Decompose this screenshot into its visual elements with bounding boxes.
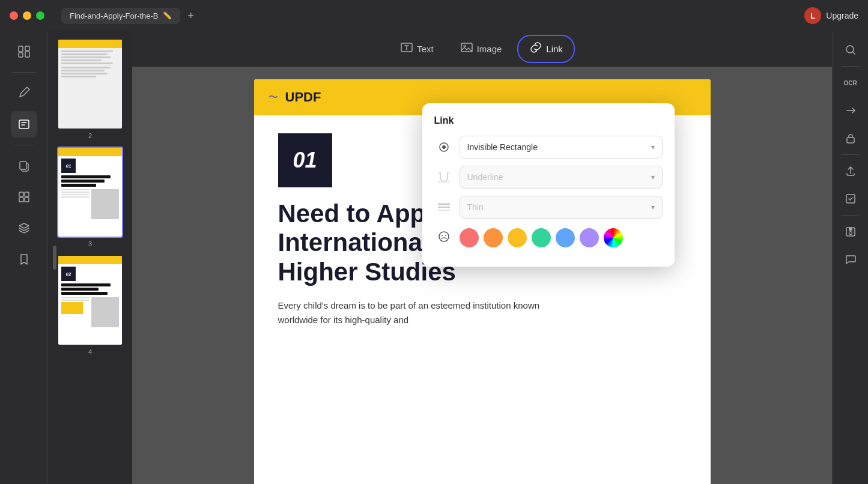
link-tool-label: Link [546,44,563,54]
upgrade-button[interactable]: Upgrade [826,11,858,20]
convert-button[interactable] [839,99,862,122]
brand-logo: UPDF [285,89,321,105]
titlebar: Find-and-Apply-For-the-B ✏️ + L Upgrade [0,0,868,31]
panel-collapse-handle[interactable] [53,246,56,270]
thumbnail-page-4[interactable]: 02 [57,255,123,346]
right-sidebar: OCR [832,31,868,484]
thumbnail-page-label-2: 2 [88,132,92,139]
color-swatch-green[interactable] [532,228,551,247]
svg-rect-24 [847,138,854,143]
document-tab[interactable]: Find-and-Apply-For-the-B ✏️ [61,8,180,24]
color-swatch-blue[interactable] [556,228,575,247]
thumbnail-container-3: 01 [57,147,123,247]
svg-rect-2 [25,46,29,50]
svg-rect-8 [25,192,29,196]
thumbnail-page-label-3: 3 [88,240,92,247]
save-button[interactable] [839,220,862,243]
color-swatch-orange[interactable] [484,228,503,247]
sidebar-item-pages[interactable] [11,38,37,65]
svg-rect-9 [19,198,23,202]
main-layout: 2 01 [0,31,868,484]
page-number-box: 01 [278,133,332,187]
sidebar-item-annotation[interactable] [11,111,37,138]
underline-chevron-icon: ▾ [651,173,655,181]
color-swatch-purple[interactable] [580,228,599,247]
color-swatches [460,228,623,247]
underline-row: Underline ▾ [434,166,663,189]
link-panel-title: Link [434,115,663,126]
thumbnail-page-3[interactable]: 01 [57,147,123,238]
shape-row: Invisible Rectangle ▾ [434,136,663,159]
color-swatch-red[interactable] [460,228,479,247]
new-tab-button[interactable]: + [187,10,194,22]
underline-select-value: Underline [467,172,503,182]
tab-title: Find-and-Apply-For-the-B [70,11,158,20]
color-swatch-custom[interactable] [604,228,623,247]
thickness-select-value: Thin [467,202,484,212]
thickness-select-wrapper: Thin ▾ [460,196,663,219]
color-row [434,226,663,247]
document-body-text: Every child's dream is to be part of an … [278,298,542,327]
shape-icon [434,138,454,157]
text-tool-button[interactable]: Text [389,36,445,62]
upgrade-section: L Upgrade [804,7,858,24]
svg-point-23 [846,46,854,53]
page-number: 01 [293,148,317,173]
shape-select[interactable]: Invisible Rectangle ▾ [460,136,663,159]
thickness-chevron-icon: ▾ [651,203,655,211]
tab-bar: Find-and-Apply-For-the-B ✏️ + [61,8,797,24]
image-tool-button[interactable]: Image [449,36,513,62]
avatar: L [804,7,821,24]
lock-button[interactable] [839,127,862,150]
link-panel: Link Invisible Rectangle ▾ [422,103,675,267]
svg-rect-1 [19,53,23,57]
thumbnail-container-2: 2 [57,38,123,139]
shape-select-wrapper: Invisible Rectangle ▾ [460,136,663,159]
link-tool-button[interactable]: Link [517,35,575,63]
thumbnail-page-2[interactable] [57,38,123,130]
thickness-select[interactable]: Thin ▾ [460,196,663,219]
sidebar-item-bookmark[interactable] [11,246,37,273]
logo-wave-icon: 〜 [269,91,278,104]
svg-point-20 [439,232,449,241]
svg-rect-7 [19,192,23,196]
image-tool-label: Image [477,44,502,54]
shape-chevron-icon: ▾ [651,143,655,151]
ocr-button[interactable]: OCR [839,71,862,94]
text-tool-icon [400,41,413,57]
svg-rect-4 [19,120,29,129]
svg-point-21 [442,235,443,236]
sidebar-divider-2 [12,145,36,145]
thumbnail-page-label-4: 4 [88,348,92,355]
comment-button[interactable] [839,248,862,271]
image-tool-icon [460,41,473,57]
sidebar-item-pen[interactable] [11,80,37,106]
link-tool-icon [529,41,542,57]
svg-point-27 [849,232,852,235]
color-swatch-yellow[interactable] [508,228,527,247]
sidebar-item-organize[interactable] [11,184,37,210]
search-icon-btn[interactable] [839,38,862,61]
top-toolbar: Text Image Link [132,31,832,67]
minimize-button[interactable] [23,11,31,20]
edit-icon[interactable]: ✏️ [163,11,172,20]
maximize-button[interactable] [36,11,44,20]
doc-page: 〜 UPDF 01 Need to Apply Internationally … [132,67,832,484]
sidebar-item-copy[interactable] [11,153,37,179]
ocr-label: OCR [843,80,857,86]
color-picker-icon [434,227,454,246]
form-button[interactable] [839,187,862,210]
underline-select-wrapper: Underline ▾ [460,166,663,189]
svg-point-15 [442,145,446,149]
thumbnails-panel: 2 01 [48,31,132,484]
svg-rect-6 [20,162,26,169]
page-area: Text Image Link 〜 UPDF [132,31,832,484]
right-divider-3 [842,215,860,216]
sidebar-item-layers[interactable] [11,215,37,241]
svg-rect-3 [25,52,29,57]
share-button[interactable] [839,160,862,183]
underline-select[interactable]: Underline ▾ [460,166,663,189]
right-divider-2 [842,154,860,155]
shape-select-value: Invisible Rectangle [467,142,538,152]
close-button[interactable] [10,11,18,20]
